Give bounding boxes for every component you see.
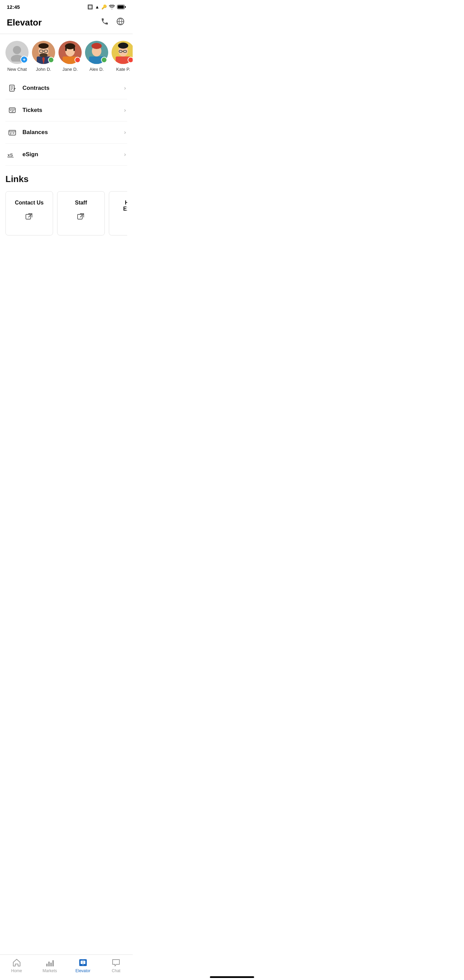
menu-list: Contracts › Tickets › (0, 77, 133, 166)
svg-rect-49 (78, 215, 82, 219)
svg-rect-36 (9, 108, 15, 113)
avatar-wrapper-alex (85, 41, 108, 64)
header: Elevator (0, 13, 133, 34)
menu-item-contracts[interactable]: Contracts › (5, 77, 127, 99)
menu-item-esign[interactable]: xS eSign › (5, 143, 127, 166)
contact-jane[interactable]: Jane D. (58, 41, 82, 72)
contacts-row: + New Chat (0, 37, 133, 77)
contracts-icon (7, 83, 18, 94)
svg-point-10 (40, 53, 48, 57)
avatar-wrapper-john (32, 41, 55, 64)
contact-name-kate: Kate P. (116, 67, 130, 72)
tickets-icon (7, 105, 18, 116)
contracts-chevron: › (124, 85, 126, 91)
external-link-icon-contact-us (25, 213, 33, 222)
esign-chevron: › (124, 151, 126, 158)
status-dot-kate (127, 57, 133, 63)
balances-chevron: › (124, 129, 126, 135)
contact-name-jane: Jane D. (63, 67, 78, 72)
svg-rect-2 (125, 6, 126, 8)
avatar-wrapper-kate (111, 41, 133, 64)
phone-button[interactable] (99, 16, 110, 29)
sim-icon: 🔲 (87, 5, 93, 10)
link-card-contact-us[interactable]: Contact Us (5, 191, 53, 235)
svg-text:xS: xS (8, 153, 13, 158)
link-contact-us-label: Contact Us (15, 200, 43, 206)
link-hours-exam-label: Hours Exam... (114, 200, 127, 212)
menu-item-balances[interactable]: Balances › (5, 121, 127, 143)
app-title: Elevator (7, 18, 42, 28)
page-content: + New Chat (0, 37, 133, 275)
status-dot-alex (101, 57, 107, 63)
avatar-wrapper-jane (59, 41, 82, 64)
status-dot-jane (75, 57, 81, 63)
contact-kate[interactable]: Kate P. (111, 41, 133, 72)
menu-item-tickets[interactable]: Tickets › (5, 99, 127, 121)
status-dot-john (48, 57, 54, 63)
esign-icon: xS (7, 149, 18, 160)
svg-rect-47 (26, 215, 30, 219)
svg-point-28 (118, 43, 128, 49)
contact-new-chat[interactable]: + New Chat (5, 41, 29, 72)
svg-rect-19 (65, 46, 67, 51)
svg-rect-30 (124, 50, 127, 52)
esign-label: eSign (22, 151, 124, 158)
avatar-wrapper-new-chat: + (5, 41, 29, 64)
svg-rect-20 (73, 46, 75, 51)
contact-name-john: John D. (36, 67, 51, 72)
key-icon: 🔑 (102, 5, 107, 10)
balances-label: Balances (22, 129, 124, 136)
globe-button[interactable] (115, 16, 126, 29)
contact-name-alex: Alex D. (89, 67, 104, 72)
status-bar: 12:45 🔲 ▲ 🔑 (0, 0, 133, 13)
battery-icon (117, 5, 126, 9)
balances-icon (7, 127, 18, 138)
globe-icon (116, 18, 124, 25)
links-section: Links Contact Us Staff (0, 166, 133, 241)
link-card-staff[interactable]: Staff (57, 191, 105, 235)
phone-icon (101, 18, 109, 25)
external-link-icon-staff (77, 213, 85, 222)
alert-icon: ▲ (95, 5, 99, 10)
contracts-label: Contracts (22, 85, 124, 92)
svg-point-37 (10, 110, 11, 111)
svg-rect-29 (119, 50, 122, 52)
svg-point-24 (92, 43, 102, 49)
contact-john[interactable]: John D. (31, 41, 56, 72)
tickets-label: Tickets (22, 107, 124, 114)
new-chat-badge: + (21, 56, 28, 63)
svg-rect-40 (9, 130, 16, 135)
header-actions (99, 16, 126, 29)
svg-point-4 (13, 46, 21, 54)
contact-name-new-chat: New Chat (7, 67, 27, 72)
status-icons: 🔲 ▲ 🔑 (87, 5, 126, 10)
links-title: Links (5, 174, 127, 185)
links-grid: Contact Us Staff (5, 191, 127, 235)
link-card-hours-exam[interactable]: Hours Exam... (109, 191, 127, 235)
status-time: 12:45 (7, 4, 20, 10)
svg-rect-1 (118, 5, 124, 8)
tickets-chevron: › (124, 107, 126, 113)
contact-alex[interactable]: Alex D. (84, 41, 109, 72)
link-staff-label: Staff (75, 200, 87, 206)
wifi-icon (109, 5, 115, 10)
svg-point-11 (38, 43, 49, 49)
